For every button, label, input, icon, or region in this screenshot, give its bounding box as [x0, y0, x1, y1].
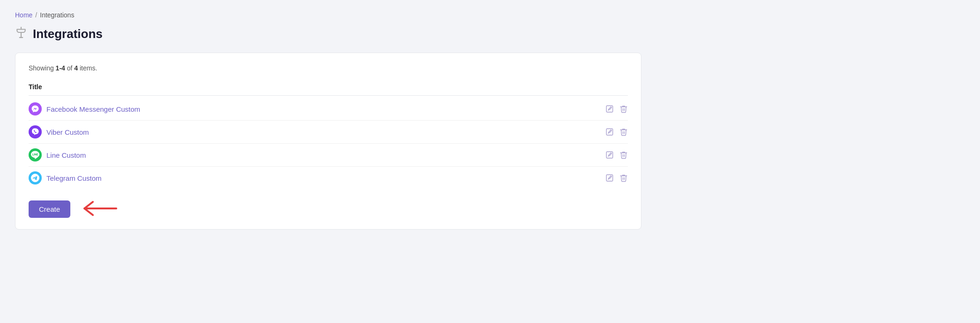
- edit-button-2[interactable]: [605, 128, 614, 136]
- integration-actions-4: [605, 174, 628, 182]
- page-wrapper: Home / Integrations Integrations Showing…: [0, 0, 656, 241]
- showing-range: 1-4: [56, 64, 65, 72]
- breadcrumb: Home / Integrations: [15, 11, 641, 19]
- integration-name-4[interactable]: Telegram Custom: [46, 174, 102, 182]
- list-item: Line Custom: [29, 144, 628, 167]
- integration-name-1[interactable]: Facebook Messenger Custom: [46, 105, 140, 113]
- arrow-indicator: [80, 200, 117, 217]
- integration-actions-3: [605, 151, 628, 159]
- breadcrumb-separator: /: [35, 11, 37, 19]
- svg-rect-5: [606, 175, 613, 181]
- integration-left-3: Line Custom: [29, 148, 86, 162]
- integrations-card: Showing 1-4 of 4 items. Title Facebook M…: [15, 53, 641, 230]
- delete-button-4[interactable]: [619, 174, 628, 182]
- list-item: Facebook Messenger Custom: [29, 98, 628, 121]
- telegram-icon: [29, 171, 42, 185]
- create-button[interactable]: Create: [29, 200, 70, 218]
- integration-left-1: Facebook Messenger Custom: [29, 102, 140, 115]
- integration-actions-1: [605, 105, 628, 113]
- integration-left-2: Viber Custom: [29, 125, 89, 138]
- breadcrumb-home[interactable]: Home: [15, 11, 32, 19]
- list-item: Viber Custom: [29, 121, 628, 144]
- edit-button-1[interactable]: [605, 105, 614, 113]
- list-item: Telegram Custom: [29, 167, 628, 189]
- showing-text: Showing 1-4 of 4 items.: [29, 64, 628, 72]
- table-header: Title: [29, 80, 628, 96]
- svg-rect-2: [606, 106, 613, 112]
- delete-button-3[interactable]: [619, 151, 628, 159]
- line-icon: [29, 148, 42, 162]
- showing-total: 4: [74, 64, 78, 72]
- page-header: Integrations: [15, 26, 641, 41]
- integration-list: Facebook Messenger Custom: [29, 98, 628, 189]
- page-title: Integrations: [33, 27, 103, 41]
- plug-icon: [15, 26, 27, 41]
- svg-rect-3: [606, 129, 613, 135]
- breadcrumb-current: Integrations: [40, 11, 74, 19]
- viber-icon: [29, 125, 42, 138]
- integration-left-4: Telegram Custom: [29, 171, 102, 185]
- delete-button-2[interactable]: [619, 128, 628, 136]
- edit-button-3[interactable]: [605, 151, 614, 159]
- edit-button-4[interactable]: [605, 174, 614, 182]
- delete-button-1[interactable]: [619, 105, 628, 113]
- svg-rect-4: [606, 152, 613, 158]
- integration-actions-2: [605, 128, 628, 136]
- create-area: Create: [29, 199, 628, 218]
- integration-name-2[interactable]: Viber Custom: [46, 128, 89, 136]
- facebook-messenger-icon: [29, 102, 42, 115]
- integration-name-3[interactable]: Line Custom: [46, 151, 86, 159]
